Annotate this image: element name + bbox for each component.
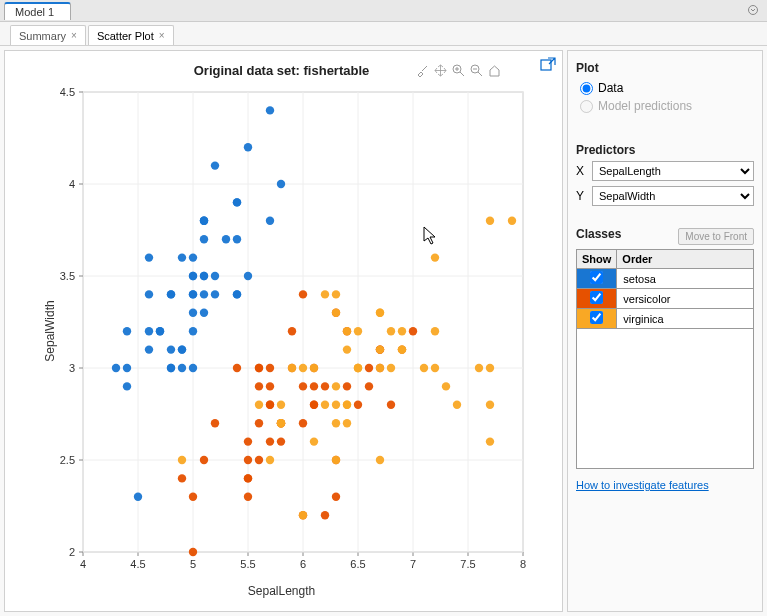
svg-point-104: [354, 401, 362, 409]
svg-text:7: 7: [410, 558, 416, 570]
sub-tab-bar: Summary × Scatter Plot ×: [0, 22, 767, 46]
svg-point-169: [299, 511, 307, 519]
radio-predictions-input: [580, 100, 593, 113]
svg-point-183: [332, 401, 340, 409]
svg-point-153: [332, 382, 340, 390]
svg-point-100: [409, 327, 417, 335]
class-checkbox[interactable]: [590, 271, 603, 284]
classes-whitespace: [576, 329, 754, 469]
svg-point-73: [200, 309, 208, 317]
predictors-section: Predictors X SepalLength Y SepalWidth: [576, 143, 754, 211]
svg-point-93: [189, 272, 197, 280]
model-tab[interactable]: Model 1: [4, 2, 71, 20]
svg-point-113: [310, 382, 318, 390]
pan-icon[interactable]: [433, 63, 448, 78]
x-label: X: [576, 164, 586, 178]
tab-summary[interactable]: Summary ×: [10, 25, 86, 45]
svg-point-191: [398, 345, 406, 353]
radio-data-input[interactable]: [580, 82, 593, 95]
side-panel: Plot Data Model predictions Predictors X…: [567, 50, 763, 612]
radio-data[interactable]: Data: [580, 81, 754, 95]
svg-point-72: [145, 253, 153, 261]
svg-text:4: 4: [69, 178, 75, 190]
svg-point-188: [299, 364, 307, 372]
svg-point-152: [420, 364, 428, 372]
svg-point-51: [178, 364, 186, 372]
predictors-title: Predictors: [576, 143, 754, 157]
svg-point-0: [749, 6, 758, 15]
svg-point-145: [266, 364, 274, 372]
x-axis-label: SepalLength: [9, 584, 554, 598]
brush-icon[interactable]: [415, 63, 430, 78]
svg-point-195: [376, 364, 384, 372]
svg-point-165: [343, 327, 351, 335]
svg-point-182: [343, 401, 351, 409]
home-icon[interactable]: [487, 63, 502, 78]
svg-point-133: [299, 419, 307, 427]
svg-point-139: [244, 456, 252, 464]
svg-point-74: [167, 290, 175, 298]
svg-point-80: [167, 345, 175, 353]
svg-point-138: [255, 364, 263, 372]
svg-point-85: [189, 327, 197, 335]
svg-point-95: [167, 364, 175, 372]
svg-point-168: [486, 437, 494, 445]
svg-point-84: [178, 345, 186, 353]
svg-point-128: [299, 382, 307, 390]
svg-point-66: [233, 198, 241, 206]
class-row[interactable]: versicolor: [577, 289, 754, 309]
close-icon[interactable]: ×: [71, 30, 77, 41]
zoom-in-icon[interactable]: [451, 63, 466, 78]
svg-text:3.5: 3.5: [60, 270, 75, 282]
svg-point-81: [233, 290, 241, 298]
svg-point-124: [343, 382, 351, 390]
svg-point-114: [255, 382, 263, 390]
class-row[interactable]: virginica: [577, 309, 754, 329]
tab-label: Scatter Plot: [97, 30, 154, 42]
class-checkbox[interactable]: [590, 291, 603, 304]
zoom-out-icon[interactable]: [469, 63, 484, 78]
y-predictor-select[interactable]: SepalWidth: [592, 186, 754, 206]
svg-point-180: [453, 401, 461, 409]
radio-label: Model predictions: [598, 99, 692, 113]
close-icon[interactable]: ×: [159, 30, 165, 41]
dropdown-icon[interactable]: [747, 4, 761, 18]
class-checkbox[interactable]: [590, 311, 603, 324]
svg-point-88: [123, 364, 131, 372]
svg-point-163: [266, 456, 274, 464]
svg-point-184: [310, 437, 318, 445]
classes-section: Classes Move to Front Show Order setosa …: [576, 227, 754, 469]
svg-point-83: [244, 143, 252, 151]
class-row[interactable]: setosa: [577, 269, 754, 289]
svg-point-196: [332, 456, 340, 464]
scatter-chart[interactable]: 44.555.566.577.5822.533.544.5: [53, 86, 533, 576]
svg-text:4.5: 4.5: [60, 86, 75, 98]
classes-table: Show Order setosa versicolor virginica: [576, 249, 754, 329]
th-show: Show: [577, 250, 617, 269]
svg-point-198: [321, 290, 329, 298]
svg-point-78: [211, 290, 219, 298]
svg-point-67: [200, 272, 208, 280]
footer-link-row: How to investigate features: [576, 479, 754, 491]
svg-point-58: [123, 382, 131, 390]
svg-text:4: 4: [80, 558, 86, 570]
svg-point-144: [255, 419, 263, 427]
svg-point-147: [321, 382, 329, 390]
svg-point-120: [288, 327, 296, 335]
svg-text:2.5: 2.5: [60, 454, 75, 466]
tab-scatter-plot[interactable]: Scatter Plot ×: [88, 25, 174, 45]
svg-point-135: [299, 290, 307, 298]
investigate-features-link[interactable]: How to investigate features: [576, 479, 709, 491]
svg-point-82: [211, 161, 219, 169]
svg-point-91: [134, 493, 142, 501]
export-icon[interactable]: [540, 57, 556, 76]
svg-point-172: [486, 401, 494, 409]
svg-point-170: [398, 327, 406, 335]
svg-text:2: 2: [69, 546, 75, 558]
svg-point-173: [332, 419, 340, 427]
svg-point-157: [442, 382, 450, 390]
x-predictor-select[interactable]: SepalLength: [592, 161, 754, 181]
svg-point-194: [376, 309, 384, 317]
move-to-front-button[interactable]: Move to Front: [678, 228, 754, 245]
svg-point-98: [222, 235, 230, 243]
